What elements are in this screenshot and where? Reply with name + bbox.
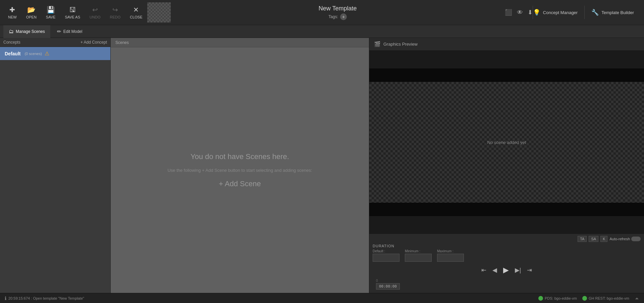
nav-separator-2: [584, 6, 585, 19]
pds-indicator: PDS: bgo-eddie-vm: [538, 296, 577, 301]
add-concept-button[interactable]: + Add Concept: [80, 40, 107, 45]
transport-sa-button[interactable]: SA: [589, 236, 598, 242]
second-toolbar: 🗂 Manage Scenes ✏ Edit Model: [0, 25, 644, 38]
duration-minimum-field: Minimum :: [405, 249, 432, 262]
add-scene-button[interactable]: + Add Scene: [219, 180, 261, 188]
save-as-label: SAVE AS: [65, 15, 80, 19]
template-builder-nav[interactable]: 🔧 Template Builder: [591, 9, 634, 16]
gh-rest-indicator: GH REST: bgo-eddie-vm: [582, 296, 629, 301]
concept-item-default[interactable]: Default (0 scenes) ⚠: [0, 47, 110, 60]
duration-fields: Default : Minimum : Maximum :: [373, 249, 641, 262]
template-title: New Template: [319, 5, 357, 12]
save-button[interactable]: 💾 SAVE: [41, 4, 60, 21]
transport-play-button[interactable]: ▶: [503, 266, 509, 274]
concepts-header: Concepts + Add Concept: [0, 38, 110, 47]
transport-next-button[interactable]: ▶|: [515, 266, 521, 274]
template-info: New Template Tags: +: [174, 5, 501, 20]
open-label: OPEN: [26, 15, 37, 19]
add-scene-label: + Add Scene: [219, 180, 261, 188]
scenes-empty-title: You do not have Scenes here.: [191, 152, 289, 161]
status-bar: ℹ 20:59:15:674 : Open template "New Temp…: [0, 293, 644, 303]
duration-minimum-input[interactable]: [405, 254, 432, 262]
scenes-header-label: Scenes: [115, 40, 129, 45]
template-tags: Tags: +: [328, 13, 347, 20]
no-scene-label: No scene added yet: [487, 140, 526, 145]
status-log-message: 20:59:15:674 : Open template "New Templa…: [8, 296, 84, 300]
preview-area: No scene added yet: [369, 51, 644, 234]
add-tag-button[interactable]: +: [340, 13, 347, 20]
redo-icon: ↪: [112, 6, 118, 14]
auto-refresh: Auto-refresh: [609, 237, 641, 241]
save-label: SAVE: [46, 15, 56, 19]
edit-model-icon: ✏: [57, 29, 61, 35]
new-icon: ✚: [9, 6, 15, 14]
scenes-empty-sub: Use the following + Add Scene button to …: [167, 168, 312, 173]
open-button[interactable]: 📂 OPEN: [21, 4, 41, 21]
duration-default-field: Default :: [373, 249, 399, 262]
new-label: NEW: [8, 15, 17, 19]
edit-model-label: Edit Model: [63, 29, 83, 34]
transport-k-button[interactable]: K: [600, 236, 607, 242]
preview-header: 🎬 Graphics Preview: [369, 38, 644, 51]
concept-manager-nav[interactable]: 💡 Concept Manager: [533, 9, 578, 16]
save-as-icon: 🖫: [69, 6, 76, 14]
preview-header-icon: 🎬: [374, 41, 381, 47]
concepts-header-label: Concepts: [3, 40, 20, 45]
expand-icon[interactable]: ⏶: [635, 296, 639, 301]
undo-button[interactable]: ↩ UNDO: [85, 4, 105, 21]
manage-scenes-label: Manage Scenes: [16, 29, 45, 34]
duration-label: DURATION: [373, 244, 641, 248]
redo-label: REDO: [110, 15, 120, 19]
left-panel: Concepts + Add Concept Default (0 scenes…: [0, 38, 111, 293]
redo-button[interactable]: ↪ REDO: [105, 4, 125, 21]
auto-refresh-toggle[interactable]: [631, 237, 641, 241]
template-control-icon-3[interactable]: ⬇: [528, 9, 533, 16]
duration-default-label: Default :: [373, 249, 399, 253]
close-button[interactable]: ✕ CLOSE: [125, 4, 147, 21]
tags-label: Tags:: [328, 14, 338, 19]
template-builder-icon: 🔧: [591, 9, 599, 16]
preview-header-label: Graphics Preview: [383, 42, 418, 47]
open-icon: 📂: [27, 6, 36, 14]
add-concept-label: + Add Concept: [80, 40, 107, 45]
info-icon: ℹ: [5, 296, 6, 301]
gh-rest-status-dot: [582, 296, 587, 301]
duration-maximum-input[interactable]: [437, 254, 464, 262]
concept-name: Default: [5, 51, 20, 56]
duration-maximum-label: Maximum :: [437, 249, 464, 253]
transport-ta-button[interactable]: TA: [578, 236, 587, 242]
pds-status-dot: [538, 296, 543, 301]
concept-warning-icon: ⚠: [45, 50, 49, 57]
manage-scenes-icon: 🗂: [9, 29, 14, 34]
transport-skip-start-button[interactable]: ⇤: [481, 266, 486, 274]
template-builder-label: Template Builder: [601, 10, 634, 15]
concept-badge: (0 scenes): [24, 52, 42, 56]
timeline-zero-label: 0: [376, 279, 378, 283]
duration-maximum-field: Maximum :: [437, 249, 464, 262]
gh-rest-label: GH REST: bgo-eddie-vm: [589, 296, 629, 300]
save-as-button[interactable]: 🖫 SAVE AS: [60, 4, 85, 21]
template-controls: ⬛ 👁 ⬇: [505, 9, 533, 16]
new-button[interactable]: ✚ NEW: [3, 4, 21, 21]
scenes-header: Scenes: [111, 38, 369, 47]
concept-manager-label: Concept Manager: [543, 10, 578, 15]
tab-manage-scenes[interactable]: 🗂 Manage Scenes: [3, 25, 50, 38]
duration-default-input[interactable]: [373, 254, 399, 262]
template-control-icon-2[interactable]: 👁: [517, 9, 523, 16]
transport-controls: ⇤ ◀ ▶ ▶| ⇥: [373, 264, 641, 276]
timeline-ruler: 0: [376, 278, 637, 283]
template-control-icon-1[interactable]: ⬛: [505, 9, 512, 16]
transport-top: TA SA K Auto-refresh: [373, 236, 641, 242]
save-icon: 💾: [47, 6, 55, 14]
duration-section: DURATION Default : Minimum : Maximum :: [373, 244, 641, 262]
transport-prev-button[interactable]: ◀: [492, 266, 497, 274]
status-right: PDS: bgo-eddie-vm GH REST: bgo-eddie-vm …: [538, 296, 639, 301]
tab-edit-model[interactable]: ✏ Edit Model: [52, 25, 88, 38]
close-icon: ✕: [133, 6, 139, 14]
scenes-content: You do not have Scenes here. Use the fol…: [111, 47, 369, 293]
right-panel: 🎬 Graphics Preview No scene added yet TA…: [369, 38, 644, 293]
transport-skip-end-button[interactable]: ⇥: [527, 266, 532, 274]
right-nav: 💡 Concept Manager 🔧 Template Builder: [533, 6, 641, 19]
undo-label: UNDO: [90, 15, 100, 19]
auto-refresh-label: Auto-refresh: [609, 237, 630, 241]
